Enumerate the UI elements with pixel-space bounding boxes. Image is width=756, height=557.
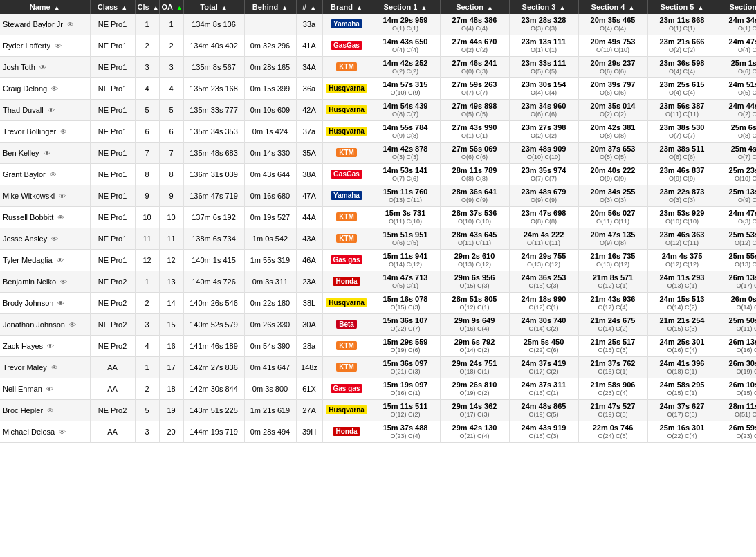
eye-icon[interactable]: 👁: [59, 192, 66, 200]
eye-icon[interactable]: 👁: [57, 300, 64, 307]
cell-num: 38A: [296, 163, 322, 185]
cell-oa: 20: [159, 421, 183, 442]
s4-time: 21m 8s 571: [581, 273, 645, 282]
eye-icon[interactable]: 👁: [47, 407, 54, 414]
cell-s6: 25m 23s 076 O(10) C(10): [717, 163, 756, 185]
eye-icon[interactable]: 👁: [55, 42, 62, 50]
eye-icon[interactable]: 👁: [44, 149, 50, 157]
cell-s2: 28m 51s 805 O(12) C(1): [440, 292, 509, 313]
cell-class: NE Pro1: [90, 142, 135, 163]
header-section2[interactable]: Section ▲: [440, 0, 509, 14]
eye-icon[interactable]: 👁: [60, 128, 67, 136]
header-section5[interactable]: Section 5 ▲: [647, 0, 717, 14]
header-name[interactable]: Name ▲: [0, 0, 90, 14]
cell-cls: 5: [135, 99, 159, 120]
cell-name: Steward Baylor Jr 👁: [0, 14, 90, 35]
cell-total: 144m 19s 719: [183, 421, 244, 442]
header-section4[interactable]: Section 4 ▲: [578, 0, 647, 14]
s5-time: 23m 36s 598: [650, 58, 714, 68]
cell-cls: 3: [135, 421, 159, 442]
s2-time: 29m 6s 792: [443, 337, 507, 347]
s1-time: 15m 29s 559: [374, 337, 438, 347]
cell-class: AA: [90, 421, 135, 442]
cell-s2: 29m 24s 751 O(18) C(1): [440, 356, 509, 378]
s6-time: 26m 30s 411: [719, 358, 757, 368]
cell-s5: 24m 4s 375 O(12) C(12): [647, 249, 717, 271]
header-brand[interactable]: Brand ▲: [322, 0, 371, 14]
cell-brand: KTM: [322, 228, 371, 249]
s5-time: 24m 4s 375: [650, 251, 714, 261]
cell-s1: 14m 43s 650 O(4) C(4): [371, 35, 440, 56]
s3-sub: O(3) C(3): [512, 25, 576, 33]
cell-s6: 24m 44s 079 O(2) C(2): [717, 99, 756, 120]
s4-sub: O(17) C(4): [581, 304, 645, 312]
cell-num: 41A: [296, 35, 322, 56]
eye-icon[interactable]: 👁: [59, 428, 66, 436]
eye-icon[interactable]: 👁: [51, 85, 58, 93]
s3-sub: O(22) C(6): [512, 347, 576, 355]
s1-time: 14m 43s 650: [374, 37, 438, 46]
s1-time: 15m 51s 951: [374, 230, 438, 239]
rider-name: Russell Bobbitt: [3, 213, 53, 221]
cell-oa: 1: [159, 14, 183, 35]
table-row: Jonathan Johnson 👁 NE Pro2 3 15 140m 52s…: [0, 313, 756, 335]
s3-sub: O(13) C(12): [512, 261, 576, 269]
s5-time: 23m 56s 387: [650, 101, 714, 111]
eye-icon[interactable]: 👁: [47, 343, 54, 350]
s4-time: 20m 40s 222: [581, 165, 645, 175]
cell-name: Trevor Maley 👁: [0, 356, 90, 378]
eye-icon[interactable]: 👁: [60, 278, 67, 286]
cell-s4: 20m 29s 237 O(6) C(6): [578, 56, 647, 77]
cell-s6: 25m 50s 154 O(11) C(1): [717, 313, 756, 335]
cell-s6: 25m 13s 511 O(9) C(9): [717, 185, 756, 206]
s4-time: 21m 58s 906: [581, 380, 645, 390]
table-row: Trevor Bollinger 👁 NE Pro1 6 6 135m 34s …: [0, 120, 756, 142]
cell-s1: 15m 36s 097 O(21) C(3): [371, 356, 440, 378]
cell-total: 135m 33s 777: [183, 99, 244, 120]
s1-sub: O(1) C(1): [374, 25, 438, 33]
s5-sub: O(9) C(9): [650, 175, 714, 183]
cell-name: Grant Baylor 👁: [0, 163, 90, 185]
header-cls[interactable]: Cls ▲: [135, 0, 159, 14]
eye-icon[interactable]: 👁: [46, 385, 53, 393]
cell-behind: 1m 55s 319: [244, 249, 296, 271]
cell-class: AA: [90, 378, 135, 399]
rider-name: Jonathan Johnson: [3, 320, 65, 329]
header-total[interactable]: Total ▲: [183, 0, 244, 14]
cell-s3: 23m 13s 111 O(1) C(1): [509, 35, 578, 56]
header-behind[interactable]: Behind ▲: [244, 0, 296, 14]
cell-class: NE Pro1: [90, 163, 135, 185]
cell-cls: 11: [135, 228, 159, 249]
s2-time: 29m 6s 956: [443, 273, 507, 282]
cell-behind: 0m 1s 424: [244, 120, 296, 142]
eye-icon[interactable]: 👁: [39, 64, 46, 71]
header-section1[interactable]: Section 1 ▲: [371, 0, 440, 14]
header-section3[interactable]: Section 3 ▲: [509, 0, 578, 14]
header-num[interactable]: # ▲: [296, 0, 322, 14]
eye-icon[interactable]: 👁: [48, 107, 55, 114]
header-section6[interactable]: Section 6 ▲: [717, 0, 756, 14]
s6-time: 25m 23s 076: [719, 165, 757, 175]
eye-icon[interactable]: 👁: [51, 364, 58, 372]
eye-icon[interactable]: 👁: [57, 214, 64, 221]
cell-oa: 10: [159, 206, 183, 228]
s1-sub: O(8) C(7): [374, 111, 438, 119]
cell-cls: 7: [135, 142, 159, 163]
eye-icon[interactable]: 👁: [51, 235, 58, 243]
s4-sub: O(12) C(1): [581, 282, 645, 291]
cell-brand: Husqvarna: [322, 292, 371, 313]
s5-sub: O(12) C(11): [650, 239, 714, 248]
s5-sub: O(16) C(4): [650, 347, 714, 355]
eye-icon[interactable]: 👁: [69, 321, 76, 329]
eye-icon[interactable]: 👁: [57, 257, 64, 264]
header-oa[interactable]: OA ▲: [159, 0, 183, 14]
eye-icon[interactable]: 👁: [67, 21, 74, 28]
header-class[interactable]: Class ▲: [90, 0, 135, 14]
eye-icon[interactable]: 👁: [50, 171, 57, 179]
cell-num: 30A: [296, 313, 322, 335]
s2-sub: O(9) C(9): [443, 197, 507, 205]
brand-badge: KTM: [336, 212, 357, 221]
cell-cls: 8: [135, 163, 159, 185]
cell-class: NE Pro1: [90, 120, 135, 142]
s1-sub: O(12) C(2): [374, 411, 438, 419]
